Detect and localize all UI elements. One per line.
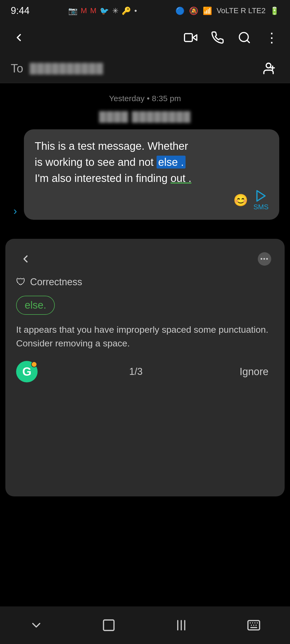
message-actions: 😊 SMS bbox=[35, 189, 269, 211]
wifi-icon: 📶 bbox=[203, 6, 212, 15]
message-expand-button[interactable]: › bbox=[11, 202, 20, 220]
sender-name-row: ████ ████████ bbox=[0, 108, 290, 127]
highlighted-word-else: else . bbox=[157, 156, 186, 169]
message-text: This is a test message. Whetheris workin… bbox=[35, 138, 269, 186]
app-bar-actions: ⋮ bbox=[180, 27, 282, 48]
status-notifications: 📷 M M 🐦 ✳ 🔑 • bbox=[68, 6, 137, 15]
back-button[interactable] bbox=[8, 27, 30, 48]
to-label: To bbox=[11, 62, 23, 75]
sms-send-button[interactable]: SMS bbox=[253, 189, 269, 211]
more-options-button[interactable]: ⋮ bbox=[260, 27, 282, 48]
grammarly-notification-dot bbox=[31, 361, 37, 367]
video-call-button[interactable] bbox=[180, 27, 201, 48]
contact-name: ██████████ bbox=[30, 63, 258, 74]
bluetooth-icon: 🔵 bbox=[175, 6, 185, 15]
phone-button[interactable] bbox=[207, 27, 228, 48]
shield-icon: 🛡 bbox=[16, 276, 26, 288]
timestamp-row: Yesterday • 8:35 pm bbox=[0, 83, 290, 108]
message-bubble: This is a test message. Whetheris workin… bbox=[24, 129, 279, 220]
app-bar: ⋮ bbox=[0, 21, 290, 54]
gmail-icon2: M bbox=[90, 6, 96, 15]
correctness-label: Correctness bbox=[30, 276, 82, 288]
emoji-button[interactable]: 😊 bbox=[233, 193, 248, 207]
message-text-part2: I'm also interested in finding bbox=[35, 172, 171, 184]
svg-line-3 bbox=[247, 40, 249, 43]
messages-area: Yesterday • 8:35 pm ████ ████████ › This… bbox=[0, 83, 290, 239]
gmail-icon: M bbox=[81, 6, 87, 15]
status-bar: 9:44 📷 M M 🐦 ✳ 🔑 • 🔵 🔕 📶 VoLTE R LTE2 🔋 bbox=[0, 0, 290, 21]
svg-marker-1 bbox=[193, 35, 197, 41]
search-button[interactable] bbox=[234, 27, 255, 48]
pinwheel-icon: ✳ bbox=[112, 6, 118, 15]
grammarly-initial: G bbox=[22, 365, 31, 378]
panel-bottom-row: G 1/3 Ignore bbox=[16, 361, 274, 382]
instagram-icon: 📷 bbox=[68, 6, 78, 15]
mute-icon: 🔕 bbox=[189, 6, 198, 15]
sender-name: ████ ████████ bbox=[99, 111, 191, 122]
to-header: To ██████████ bbox=[0, 54, 290, 83]
suggestion-description: It appears that you have improperly spac… bbox=[16, 323, 274, 350]
status-time: 9:44 bbox=[11, 5, 30, 16]
message-row: › This is a test message. Whetheris work… bbox=[0, 127, 290, 222]
svg-rect-0 bbox=[184, 34, 192, 41]
nav-bar bbox=[0, 606, 290, 644]
nav-recents-button[interactable] bbox=[165, 614, 197, 636]
svg-rect-8 bbox=[104, 620, 114, 631]
correctness-row: 🛡 Correctness bbox=[16, 276, 274, 288]
vertical-dots-icon: ⋮ bbox=[265, 31, 277, 44]
dot-icon: • bbox=[134, 6, 137, 15]
panel-more-dots-icon: ••• bbox=[258, 252, 271, 266]
battery-icon: 🔋 bbox=[270, 6, 279, 15]
panel-back-button[interactable] bbox=[16, 250, 35, 268]
nav-keyboard-button[interactable] bbox=[238, 614, 270, 636]
svg-point-4 bbox=[266, 63, 271, 68]
panel-more-button[interactable]: ••• bbox=[255, 250, 274, 268]
add-contact-button[interactable] bbox=[258, 58, 279, 79]
ignore-button[interactable]: Ignore bbox=[234, 363, 274, 380]
grammarly-panel: ••• 🛡 Correctness else. It appears that … bbox=[5, 239, 285, 496]
sms-label: SMS bbox=[253, 203, 269, 211]
suggestion-chip[interactable]: else. bbox=[16, 296, 55, 315]
svg-marker-7 bbox=[257, 191, 265, 201]
nav-back-button[interactable] bbox=[20, 614, 52, 636]
signal-icon: VoLTE R LTE2 bbox=[216, 6, 266, 15]
three-dots-label: ••• bbox=[260, 255, 269, 263]
nav-home-button[interactable] bbox=[93, 614, 125, 636]
page-indicator: 1/3 bbox=[129, 366, 143, 377]
panel-top-row: ••• bbox=[16, 250, 274, 268]
grammarly-logo: G bbox=[16, 361, 38, 382]
status-system-icons: 🔵 🔕 📶 VoLTE R LTE2 🔋 bbox=[175, 6, 279, 15]
underlined-word-out: out . bbox=[171, 172, 191, 184]
key-icon: 🔑 bbox=[122, 6, 131, 15]
message-timestamp: Yesterday • 8:35 pm bbox=[109, 94, 181, 103]
twitter-icon: 🐦 bbox=[100, 6, 109, 15]
suggestion-text: else. bbox=[25, 299, 46, 311]
